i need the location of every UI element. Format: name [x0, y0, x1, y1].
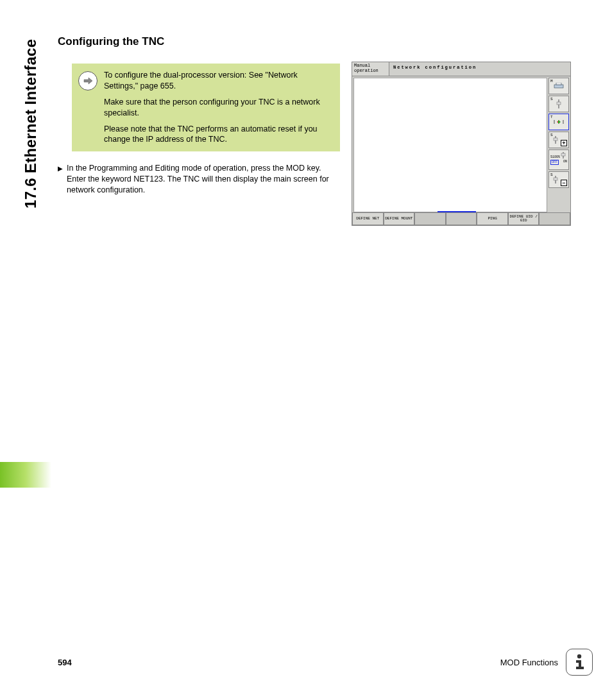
- slider-icon: [553, 136, 558, 144]
- note-para-1: To configure the dual-processor version:…: [104, 70, 332, 92]
- scr-off-label: OFF: [550, 160, 559, 165]
- note-para-3: Please note that the TNC performs an aut…: [104, 124, 332, 146]
- svg-rect-4: [554, 120, 555, 124]
- svg-rect-3: [557, 102, 561, 105]
- scr-btn-t[interactable]: T: [548, 114, 569, 130]
- side-section-title: 17.6 Ethernet Interface: [22, 39, 40, 209]
- tool-change-icon: [552, 119, 565, 125]
- scr-softkey-row: DEFINE NET DEFINE MOUNT PING DEFINE UID …: [352, 212, 570, 225]
- minus-icon: −: [561, 180, 567, 186]
- svg-point-14: [577, 654, 581, 658]
- svg-rect-7: [563, 120, 564, 124]
- softkey-empty-3: [414, 212, 446, 225]
- softkey-define-uid-gid[interactable]: DEFINE UID / GID: [508, 212, 540, 225]
- note-text: To configure the dual-processor version:…: [104, 70, 332, 145]
- decorative-stripe: [0, 462, 51, 488]
- scr-btn-m[interactable]: M: [548, 78, 569, 94]
- svg-rect-0: [554, 85, 563, 88]
- softkey-define-mount[interactable]: DEFINE MOUNT: [384, 212, 415, 225]
- svg-rect-17: [576, 667, 584, 669]
- scr-btn-t-label: T: [550, 115, 553, 119]
- svg-rect-9: [554, 138, 557, 141]
- scr-btn-s-minus[interactable]: S −: [548, 171, 569, 188]
- softkey-empty-7: [539, 212, 570, 225]
- scr-right-panel: M S T S + S100% OFF ON: [548, 76, 570, 212]
- scr-title: Network configuration: [389, 62, 570, 76]
- scr-main-area: [353, 78, 547, 212]
- slider-icon: [556, 99, 561, 108]
- page-number: 594: [58, 658, 72, 667]
- softkey-empty-4: [446, 212, 477, 225]
- plus-icon: +: [561, 140, 567, 146]
- info-icon: [566, 649, 593, 676]
- step-1: ▶ In the Programming and Editing mode of…: [58, 163, 340, 196]
- slider-icon: [561, 152, 566, 158]
- scr-btn-s-plus[interactable]: S +: [548, 132, 569, 148]
- scr-btn-s1[interactable]: S: [548, 96, 569, 112]
- scr-btn-m-label: M: [550, 79, 553, 83]
- note-para-2: Make sure that the person configuring yo…: [104, 97, 332, 119]
- printer-icon: [553, 83, 565, 89]
- slider-icon: [553, 176, 558, 184]
- softkey-define-net[interactable]: DEFINE NET: [352, 212, 384, 225]
- svg-rect-13: [554, 178, 557, 180]
- scr-mode-label: Manual operation: [352, 62, 389, 76]
- footer-section: MOD Functions: [500, 658, 558, 667]
- note-box: To configure the dual-processor version:…: [72, 64, 340, 151]
- step-text: In the Programming and Editing mode of o…: [67, 163, 340, 196]
- main-content: Configuring the TNC To configure the dua…: [58, 35, 340, 196]
- scr-highlight-bar: [438, 211, 476, 212]
- svg-rect-11: [561, 153, 565, 156]
- step-marker-icon: ▶: [58, 163, 63, 196]
- arrow-right-icon: [78, 71, 98, 90]
- svg-rect-1: [556, 83, 561, 85]
- scr-btn-s1-label: S: [550, 97, 553, 101]
- tnc-screenshot: Manual operation Network configuration M…: [352, 62, 571, 226]
- scr-btn-s100[interactable]: S100% OFF ON: [548, 149, 569, 170]
- heading: Configuring the TNC: [58, 35, 340, 48]
- softkey-ping[interactable]: PING: [477, 212, 508, 225]
- scr-on-label: ON: [563, 160, 567, 165]
- page-footer: 594 MOD Functions: [58, 649, 593, 676]
